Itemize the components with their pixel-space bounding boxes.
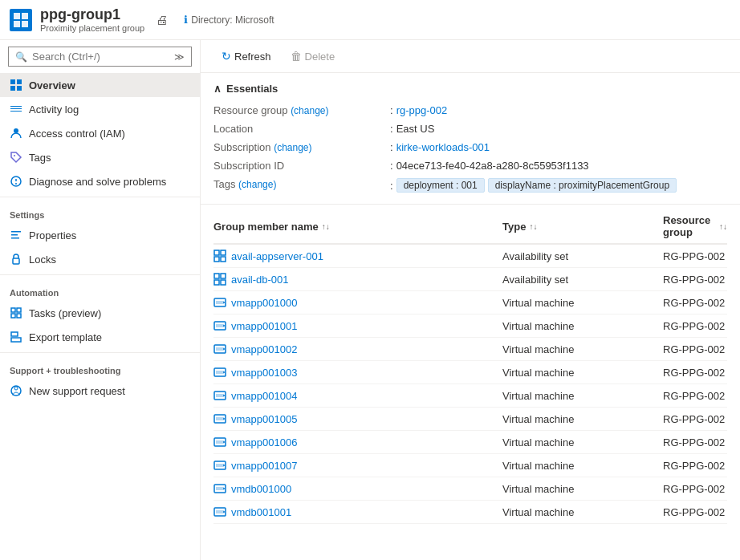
row-name-link[interactable]: vmapp001000	[231, 297, 297, 309]
row-name-link[interactable]: vmapp001007	[231, 460, 297, 472]
sidebar-label-new-support: New support request	[29, 385, 125, 397]
svg-point-47	[223, 371, 225, 373]
svg-rect-34	[214, 280, 219, 285]
row-name-link[interactable]: vmapp001006	[231, 436, 297, 448]
svg-rect-55	[216, 440, 224, 444]
essentials-header[interactable]: ∧ Essentials	[213, 83, 727, 95]
cell-type: Virtual machine	[502, 460, 663, 472]
subid-value: 04ece713-fe40-42a8-a280-8c55953f1133	[396, 160, 589, 172]
sub-value-link[interactable]: kirke-workloads-001	[396, 141, 490, 153]
locks-icon	[10, 253, 22, 266]
cell-name: vmapp001006	[213, 436, 502, 448]
th-type[interactable]: Type ↑↓	[502, 214, 663, 238]
table-header: Group member name ↑↓ Type ↑↓ Resource gr…	[213, 214, 727, 245]
svg-rect-28	[214, 250, 219, 255]
cell-type: Virtual machine	[502, 367, 663, 379]
sidebar-label-overview: Overview	[29, 79, 75, 91]
vm-icon	[213, 459, 226, 472]
svg-rect-32	[214, 274, 219, 278]
collapse-icon[interactable]: ≫	[174, 51, 185, 63]
sidebar-item-activity-log[interactable]: Activity log	[0, 97, 200, 121]
rg-change-link[interactable]: (change)	[291, 105, 328, 116]
vm-icon	[213, 296, 226, 309]
row-name-link[interactable]: avail-appserver-001	[231, 250, 323, 262]
sub-change-link[interactable]: (change)	[274, 142, 311, 153]
cell-name: vmapp001002	[213, 343, 502, 355]
cell-type: Virtual machine	[502, 483, 663, 495]
search-input[interactable]	[32, 51, 169, 63]
export-icon	[10, 331, 22, 343]
sort-icon-name: ↑↓	[322, 222, 330, 231]
tags-change-link[interactable]: (change)	[238, 179, 276, 190]
sidebar-item-tags[interactable]: Tags	[0, 145, 200, 169]
delete-button[interactable]: 🗑 Delete	[283, 47, 344, 66]
th-rg[interactable]: Resource group ↑↓	[663, 214, 727, 238]
sidebar-item-tasks[interactable]: Tasks (preview)	[0, 301, 200, 325]
cell-rg: RG-PPG-002	[663, 250, 727, 262]
sidebar-item-overview[interactable]: Overview	[0, 73, 200, 97]
toolbar: ↻ Refresh 🗑 Delete	[201, 40, 740, 73]
resource-info: ppg-group1 Proximity placement group	[40, 6, 144, 33]
essentials-section: ∧ Essentials Resource group (change) : r…	[201, 73, 740, 205]
table-row: vmapp001003 Virtual machine RG-PPG-002	[213, 361, 727, 384]
ess-value-rg: : rg-ppg-002	[390, 103, 727, 118]
cell-name: vmapp001003	[213, 366, 502, 379]
cell-rg: RG-PPG-002	[663, 343, 727, 355]
cell-rg: RG-PPG-002	[663, 367, 727, 379]
sidebar-label-properties: Properties	[29, 229, 76, 241]
row-name-link[interactable]: vmdb001000	[231, 483, 291, 495]
vm-icon	[213, 436, 226, 448]
avail-set-icon	[213, 273, 226, 286]
cell-type: Virtual machine	[502, 297, 663, 309]
activity-icon	[10, 103, 22, 116]
sidebar-label-locks: Locks	[29, 254, 56, 266]
print-icon[interactable]: 🖨	[156, 13, 168, 26]
row-name-link[interactable]: vmdb001001	[231, 506, 291, 518]
vm-icon	[213, 389, 226, 402]
th-name[interactable]: Group member name ↑↓	[213, 214, 502, 238]
cell-name: vmapp001007	[213, 459, 502, 472]
cell-rg: RG-PPG-002	[663, 506, 727, 518]
delete-icon: 🗑	[291, 50, 302, 63]
sidebar-item-export[interactable]: Export template	[0, 325, 200, 349]
row-name-link[interactable]: avail-db-001	[231, 274, 289, 286]
svg-point-65	[223, 511, 225, 513]
refresh-button[interactable]: ↻ Refresh	[213, 47, 279, 66]
svg-point-59	[223, 465, 225, 466]
svg-rect-61	[216, 487, 224, 490]
location-value: East US	[396, 123, 435, 135]
row-name-link[interactable]: vmapp001001	[231, 320, 297, 332]
svg-rect-0	[14, 13, 20, 19]
table-section: Group member name ↑↓ Type ↑↓ Resource gr…	[201, 205, 740, 524]
divider-automation	[0, 274, 200, 275]
svg-point-50	[223, 395, 225, 396]
svg-point-15	[15, 183, 17, 185]
sidebar-item-iam[interactable]: Access control (IAM)	[0, 121, 200, 145]
sidebar-item-diagnose[interactable]: Diagnose and solve problems	[0, 169, 200, 193]
sidebar-label-iam: Access control (IAM)	[29, 128, 125, 140]
svg-point-27	[14, 387, 18, 390]
sidebar-item-locks[interactable]: Locks	[0, 247, 200, 271]
svg-rect-21	[17, 308, 21, 312]
cell-type: Virtual machine	[502, 413, 663, 425]
resource-subtitle: Proximity placement group	[40, 23, 144, 33]
overview-icon	[10, 79, 22, 91]
svg-rect-16	[11, 231, 21, 233]
sidebar-item-properties[interactable]: Properties	[0, 223, 200, 247]
cell-name: vmapp001000	[213, 296, 502, 309]
row-name-link[interactable]: vmapp001002	[231, 343, 297, 355]
row-name-link[interactable]: vmapp001005	[231, 413, 297, 425]
row-name-link[interactable]: vmapp001004	[231, 390, 297, 402]
cell-name: avail-appserver-001	[213, 250, 502, 262]
row-name-link[interactable]: vmapp001003	[231, 367, 297, 379]
rg-value-link[interactable]: rg-ppg-002	[396, 104, 448, 116]
search-box[interactable]: 🔍 ≫	[8, 47, 192, 67]
svg-rect-23	[17, 314, 21, 318]
sidebar-item-new-support[interactable]: New support request	[0, 379, 200, 403]
cell-type: Virtual machine	[502, 390, 663, 402]
properties-icon	[10, 229, 22, 241]
svg-rect-3	[22, 21, 28, 27]
table-row: vmapp001002 Virtual machine RG-PPG-002	[213, 338, 727, 361]
table-row: vmapp001005 Virtual machine RG-PPG-002	[213, 408, 727, 431]
top-header: ppg-group1 Proximity placement group 🖨 ℹ…	[0, 0, 740, 40]
